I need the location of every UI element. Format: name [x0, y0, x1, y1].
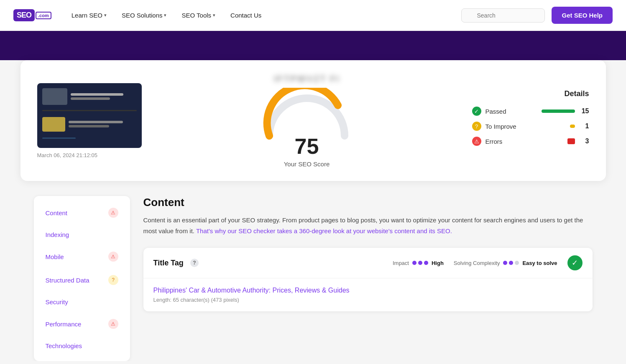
improve-bar	[570, 125, 575, 128]
complexity-dot-1	[503, 261, 507, 265]
navbar: SEO.com Learn SEO ▾ SEO Solutions ▾ SEO …	[0, 0, 626, 31]
error-label: Errors	[485, 138, 563, 145]
impact-dot-3	[424, 261, 428, 265]
score-card-wrap: March 06, 2024 21:12:05 IFTPWVZT FI 75 Y…	[0, 60, 626, 181]
detail-row-errors: ⚠ Errors 3	[472, 137, 589, 146]
nav-seo-tools[interactable]: SEO Tools ▾	[181, 12, 215, 19]
section-description: Content is an essential part of your SEO…	[143, 215, 593, 236]
error-count: 3	[579, 137, 589, 145]
passed-count: 15	[579, 107, 589, 115]
sidebar-item-performance[interactable]: Performance ⚠	[36, 312, 128, 336]
page-title-value: Philippines' Car & Automotive Authority:…	[153, 287, 583, 294]
seo-checker-link[interactable]: That's why our SEO checker takes a 360-d…	[196, 227, 452, 234]
nav-learn-seo[interactable]: Learn SEO ▾	[72, 12, 107, 19]
sidebar-item-technologies[interactable]: Technologies	[36, 336, 128, 356]
sidebar-item-indexing[interactable]: Indexing	[36, 224, 128, 245]
gauge-section: IFTPWVZT FI 75 Your SEO Score	[158, 74, 455, 168]
mobile-badge: ⚠	[108, 252, 118, 262]
chevron-down-icon: ▾	[104, 13, 107, 18]
impact-dots	[412, 261, 428, 265]
thumbnail-section: March 06, 2024 21:12:05	[37, 83, 142, 158]
logo-com: .com	[36, 12, 51, 19]
impact-dot-2	[418, 261, 422, 265]
impact-dot-1	[412, 261, 416, 265]
impact-group: Impact High	[393, 260, 444, 266]
alert-icon: ⚠	[111, 321, 115, 327]
alert-icon: ⚠	[111, 210, 115, 216]
detail-row-passed: ✓ Passed 15	[472, 107, 589, 116]
error-bar	[567, 138, 575, 144]
complexity-value: Easy to solve	[522, 260, 557, 266]
check-name: Title Tag	[153, 259, 184, 267]
complexity-label: Solving Complexity	[454, 260, 500, 266]
seo-score-label: Your SEO Score	[284, 160, 330, 168]
details-section: Details ✓ Passed 15 ? To Improve 1 ⚠ Err…	[472, 89, 589, 152]
alert-icon: ⚠	[111, 254, 115, 260]
search-wrap: 🔍	[461, 8, 545, 23]
main-content: Content ⚠ Indexing Mobile ⚠ Structured D…	[20, 196, 606, 361]
details-title: Details	[472, 89, 589, 98]
nav-contact-us[interactable]: Contact Us	[230, 12, 261, 19]
check-status-passed-icon: ✓	[567, 255, 583, 270]
sidebar-item-security[interactable]: Security	[36, 292, 128, 312]
check-card-header: Title Tag ? Impact High Solving Complexi…	[143, 248, 593, 278]
impact-label: Impact	[393, 260, 409, 266]
passed-icon: ✓	[472, 107, 481, 116]
logo-seo: SEO	[13, 9, 35, 21]
complexity-dot-3	[515, 261, 519, 265]
improve-icon: ?	[472, 122, 481, 131]
site-thumbnail	[37, 83, 142, 148]
sidebar: Content ⚠ Indexing Mobile ⚠ Structured D…	[34, 196, 130, 361]
question-icon: ?	[112, 277, 115, 283]
impact-value: High	[432, 260, 444, 266]
scan-timestamp: March 06, 2024 21:12:05	[37, 152, 98, 158]
title-tag-card: Title Tag ? Impact High Solving Complexi…	[143, 248, 593, 311]
score-card: March 06, 2024 21:12:05 IFTPWVZT FI 75 Y…	[20, 60, 606, 181]
nav-right: 🔍 Get SEO Help	[461, 7, 613, 24]
structured-data-badge: ?	[108, 275, 118, 285]
sidebar-item-content[interactable]: Content ⚠	[36, 201, 128, 224]
content-area: Content Content is an essential part of …	[143, 196, 593, 361]
chevron-down-icon: ▾	[213, 13, 215, 18]
check-card-body: Philippines' Car & Automotive Authority:…	[143, 278, 593, 311]
detail-row-improve: ? To Improve 1	[472, 122, 589, 131]
logo[interactable]: SEO.com	[13, 9, 51, 21]
nav-links: Learn SEO ▾ SEO Solutions ▾ SEO Tools ▾ …	[72, 12, 462, 19]
chevron-down-icon: ▾	[164, 13, 166, 18]
complexity-dot-2	[509, 261, 513, 265]
nav-seo-solutions[interactable]: SEO Solutions ▾	[122, 12, 167, 19]
help-icon[interactable]: ?	[190, 259, 199, 267]
performance-badge: ⚠	[108, 319, 118, 329]
passed-bar	[542, 109, 575, 113]
improve-label: To Improve	[485, 123, 566, 130]
seo-score: 75	[295, 134, 319, 159]
complexity-group: Solving Complexity Easy to solve	[454, 260, 557, 266]
complexity-dots	[503, 261, 519, 265]
section-title: Content	[143, 196, 593, 209]
improve-count: 1	[579, 122, 589, 130]
sidebar-item-mobile[interactable]: Mobile ⚠	[36, 245, 128, 268]
get-seo-help-button[interactable]: Get SEO Help	[552, 7, 613, 24]
check-meta: Impact High Solving Complexity	[393, 255, 583, 270]
search-input[interactable]	[461, 8, 545, 23]
page-title-meta: Length: 65 character(s) (473 pixels)	[153, 297, 583, 303]
sidebar-item-structured-data[interactable]: Structured Data ?	[36, 268, 128, 292]
gauge-title-blurred: IFTPWVZT FI	[274, 74, 340, 84]
content-badge: ⚠	[108, 208, 118, 218]
passed-label: Passed	[485, 108, 537, 115]
error-icon: ⚠	[472, 137, 481, 146]
